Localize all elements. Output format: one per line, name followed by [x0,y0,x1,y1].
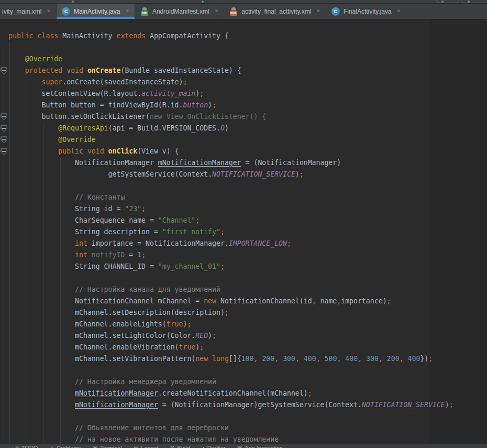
code-line: mChannel.setDescription(description); [8,307,487,319]
build-icon: ⚒ [170,445,174,448]
close-icon[interactable]: ✕ [125,9,129,14]
code-line: button.setOnClickListener(new View.OnCli… [8,111,487,123]
tab-label: activity_final_acttivity.xml [241,8,311,15]
tab-label: MainActivity.java [74,8,120,15]
code-text-area[interactable]: public class MainActivity extends AppCom… [8,30,487,444]
fold-marker-icon[interactable] [1,67,7,74]
statusbar-item-label: Problems [57,445,81,448]
statusbar-item-app-inspection[interactable]: ▦App Inspection [237,445,283,448]
tab-label: FinalActtivity.java [344,8,392,15]
code-line: CharSequence name = "Channel"; [8,215,487,226]
code-line: mChannel.setLightColor(Color.RED); [8,330,487,342]
statusbar-item-terminal[interactable]: ▣Terminal [93,445,122,448]
statusbar-item-problems[interactable]: ⚠Problems [49,445,81,448]
code-line: getSystemService(Context.NOTIFICATION_SE… [8,169,487,180]
code-line: String CHANNEL_ID = "my_channel_01"; [8,261,487,272]
statusbar-item-label: Build [177,445,190,448]
run-status-dot [202,1,204,3]
code-line: @RequiresApi(api = Build.VERSION_CODES.O… [8,123,487,134]
code-line: String description = "first notify"; [8,226,487,238]
profiler-icon: ◔ [202,445,205,448]
code-line: @Override [8,53,487,65]
close-icon[interactable]: ✕ [215,9,219,14]
android-file-shape [231,7,236,10]
fold-marker-icon[interactable] [1,125,7,132]
code-line: mChannel.enableLights(true); [8,319,487,330]
run-status-dot [468,1,470,3]
statusbar-item-profiler[interactable]: ◔Profiler [202,445,226,448]
statusbar-item-label: App Inspection [245,445,283,448]
code-line: setContentView(R.layout.activity_main); [8,88,487,100]
code-line: mChannel.enableVibration(true); [8,342,487,353]
tool-window-bar: ≡TODO⚠Problems▣Terminal▤Logcat⚒Build◔Pro… [0,444,487,448]
code-line: // Настройка канала для уведомлений [8,284,487,296]
code-line: // Константы [8,192,487,203]
close-icon[interactable]: ✕ [47,9,51,14]
fold-marker-icon[interactable] [1,136,7,144]
editor-tab-bar: ivity_main.xml ✕ C MainActivity.java ✕ M… [0,4,487,19]
xml-file-icon: XML [229,7,238,16]
toolbar-strip [0,0,487,4]
fold-marker-icon[interactable] [1,148,7,155]
code-line [8,411,487,422]
code-line: NotificationManager mNotificationManager… [8,157,487,169]
statusbar-item-label: Logcat [141,445,158,448]
java-class-icon: C [331,7,340,16]
code-line: @Override [8,134,487,146]
code-line: int notifyID = 1; [8,249,487,261]
code-editor[interactable]: public class MainActivity extends AppCom… [0,19,487,444]
run-status-dot [72,1,74,3]
code-line: public class MainActivity extends AppCom… [8,30,487,42]
code-line [8,272,487,284]
statusbar-item-todo[interactable]: ≡TODO [16,445,38,448]
code-line: mNotificationManager.createNotificationC… [8,388,487,399]
code-line [8,365,487,376]
tab-androidmanifest-xml[interactable]: MF AndroidManifest.xml ✕ [135,4,224,19]
code-line: super.onCreate(savedInstanceState); [8,77,487,88]
tab-activity-main-xml[interactable]: ivity_main.xml ✕ [0,4,57,19]
code-line: mNotificationManager = (NotificationMana… [8,399,487,411]
xml-badge: XML [230,11,237,16]
code-line: mChannel.setVibrationPattern(new long[]{… [8,353,487,365]
code-line: public void onClick(View v) { [8,146,487,157]
tab-activity-final-acttivity-xml[interactable]: XML activity_final_acttivity.xml ✕ [224,4,326,19]
close-icon[interactable]: ✕ [397,9,401,14]
android-studio-window: ivity_main.xml ✕ C MainActivity.java ✕ M… [0,0,487,448]
toolbar-button-partial[interactable] [461,0,487,3]
code-line: String id = "23"; [8,203,487,215]
android-file-shape [142,7,147,10]
gutter-scope-line [4,45,4,444]
statusbar-item-build[interactable]: ⚒Build [170,445,190,448]
code-line [8,180,487,192]
app-inspection-icon: ▦ [237,445,242,448]
code-line: // Обьявление интентов для переброски [8,422,487,434]
code-line: Button button = findViewById(R.id.button… [8,100,487,111]
fold-marker-icon[interactable] [1,113,7,121]
statusbar-item-logcat[interactable]: ▤Logcat [134,445,158,448]
statusbar-item-label: TODO [21,445,38,448]
logcat-icon: ▤ [134,445,138,448]
tab-finalacttivity-java[interactable]: C FinalActtivity.java ✕ [326,4,406,19]
tab-label: AndroidManifest.xml [152,8,209,15]
manifest-file-icon: MF [140,7,149,16]
statusbar-item-label: Terminal [100,445,122,448]
code-line [8,42,487,53]
tab-label: ivity_main.xml [2,8,41,15]
terminal-icon: ▣ [93,445,97,448]
todo-icon: ≡ [16,445,19,448]
close-icon[interactable]: ✕ [316,9,320,14]
code-line: protected void onCreate(Bundle savedInst… [8,65,487,77]
code-line: // на новое активити после нажатия на ув… [8,434,487,444]
java-class-icon: C [62,7,70,16]
problems-icon: ⚠ [49,445,54,448]
toolbar-button-partial[interactable] [436,0,459,3]
code-line: NotificationChannel mChannel = new Notif… [8,296,487,307]
statusbar-item-label: Profiler [207,445,226,448]
code-line: // Настройка менеджера уведомлений [8,376,487,388]
tab-mainactivity-java[interactable]: C MainActivity.java ✕ [57,4,135,19]
run-status-dot [441,1,444,3]
code-line: int importance = NotificationManager.IMP… [8,238,487,249]
manifest-badge: MF [141,11,148,16]
